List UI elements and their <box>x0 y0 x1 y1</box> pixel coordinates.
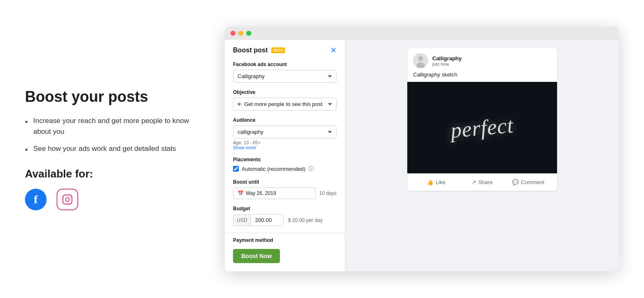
svg-rect-0 <box>63 195 72 204</box>
svg-point-4 <box>418 56 423 61</box>
objective-label: Objective <box>233 89 337 95</box>
feature-item-2: See how your ads work and get detailed s… <box>25 143 208 154</box>
ads-account-select[interactable]: Calligraphy <box>233 70 337 83</box>
post-image: perfect <box>407 82 557 173</box>
placements-label: Placements <box>233 157 337 163</box>
beta-badge: BETA <box>271 47 285 53</box>
comment-button[interactable]: 💬 Comment <box>505 177 551 187</box>
calligraphy-art-text: perfect <box>450 113 515 143</box>
placements-checkbox-label: Automatic (recommended) <box>242 166 305 172</box>
available-for-heading: Available for: <box>25 167 208 180</box>
feature-list: Increase your reach and get more people … <box>25 116 208 154</box>
ads-account-label: Facebook ads account <box>233 62 337 67</box>
audience-select[interactable]: calligraphy <box>233 126 337 138</box>
audience-field: Audience calligraphy Age: 13 - 65+ Show … <box>233 117 337 150</box>
calendar-icon: 📅 <box>238 190 244 196</box>
instagram-icon <box>57 189 78 210</box>
currency-label: USD <box>233 214 250 226</box>
panel-title-text: Boost post <box>233 47 268 54</box>
objective-field: Objective 👁 Get more people to see this … <box>233 89 337 111</box>
objective-select-wrapper: 👁 Get more people to see this post <box>233 98 337 111</box>
like-label: Like <box>436 179 446 185</box>
panel-header: Boost post BETA ✕ <box>233 47 337 54</box>
amount-input[interactable] <box>250 214 284 226</box>
audience-age: Age: 13 - 65+ <box>233 140 337 145</box>
comment-label: Comment <box>521 179 544 185</box>
boost-until-label: Boost until <box>233 179 337 185</box>
placements-field: Placements Automatic (recommended) ⓘ <box>233 157 337 172</box>
show-more-link[interactable]: Show more <box>233 145 337 150</box>
days-label: 10 days <box>319 190 337 196</box>
window-body: Boost post BETA ✕ Facebook ads account C… <box>225 40 619 271</box>
share-icon: ↗ <box>472 179 476 185</box>
close-dot[interactable] <box>230 31 235 36</box>
share-label: Share <box>478 179 493 185</box>
date-value: May 26, 2019 <box>246 190 276 196</box>
page-title: Boost your posts <box>25 88 208 106</box>
budget-label: Budget <box>233 206 337 212</box>
fb-post-header: Calligraphy just now <box>407 48 557 71</box>
social-icons: f <box>25 189 208 210</box>
minimize-dot[interactable] <box>238 31 243 36</box>
post-page-name: Calligraphy <box>432 55 551 62</box>
maximize-dot[interactable] <box>246 31 251 36</box>
post-meta: Calligraphy just now <box>432 55 551 66</box>
placements-checkbox[interactable] <box>233 166 239 172</box>
post-actions: 👍 Like ↗ Share 💬 Comment <box>407 173 557 191</box>
left-panel: Boost your posts Increase your reach and… <box>25 88 225 210</box>
post-caption: Calligraphy sketch <box>407 71 557 82</box>
date-input[interactable]: 📅 May 26, 2019 <box>233 187 316 199</box>
avatar <box>413 53 428 68</box>
info-icon[interactable]: ⓘ <box>308 165 314 172</box>
budget-field: Budget USD $ 20.00 per day <box>233 206 337 226</box>
like-button[interactable]: 👍 Like <box>413 177 459 187</box>
boost-until-field: Boost until 📅 May 26, 2019 10 days <box>233 179 337 199</box>
payment-method-label: Payment method <box>233 237 337 243</box>
boost-now-button[interactable]: Boost Now <box>233 249 280 263</box>
ads-account-field: Facebook ads account Calligraphy <box>233 62 337 83</box>
like-icon: 👍 <box>427 179 433 185</box>
close-button[interactable]: ✕ <box>330 47 337 54</box>
payment-method-area: Payment method <box>233 237 337 243</box>
per-day-label: $ 20.00 per day <box>288 217 322 223</box>
svg-point-2 <box>69 197 70 197</box>
facebook-icon: f <box>25 189 47 210</box>
preview-panel: Calligraphy just now Calligraphy sketch … <box>345 40 619 271</box>
share-button[interactable]: ↗ Share <box>459 177 505 187</box>
budget-row: USD $ 20.00 per day <box>233 214 337 226</box>
comment-icon: 💬 <box>512 179 519 185</box>
boost-until-row: 📅 May 26, 2019 10 days <box>233 187 337 199</box>
window-titlebar <box>225 27 619 40</box>
post-time: just now <box>432 62 551 66</box>
panel-title: Boost post BETA <box>233 47 285 54</box>
divider <box>225 233 345 233</box>
browser-window: Boost post BETA ✕ Facebook ads account C… <box>225 27 619 271</box>
svg-point-1 <box>66 198 69 202</box>
fb-post-card: Calligraphy just now Calligraphy sketch … <box>407 48 557 191</box>
objective-select[interactable]: Get more people to see this post <box>233 98 337 111</box>
form-panel: Boost post BETA ✕ Facebook ads account C… <box>225 40 345 271</box>
audience-label: Audience <box>233 117 337 123</box>
eye-icon: 👁 <box>237 101 242 107</box>
feature-item-1: Increase your reach and get more people … <box>25 116 208 137</box>
placements-checkbox-row: Automatic (recommended) ⓘ <box>233 165 337 172</box>
